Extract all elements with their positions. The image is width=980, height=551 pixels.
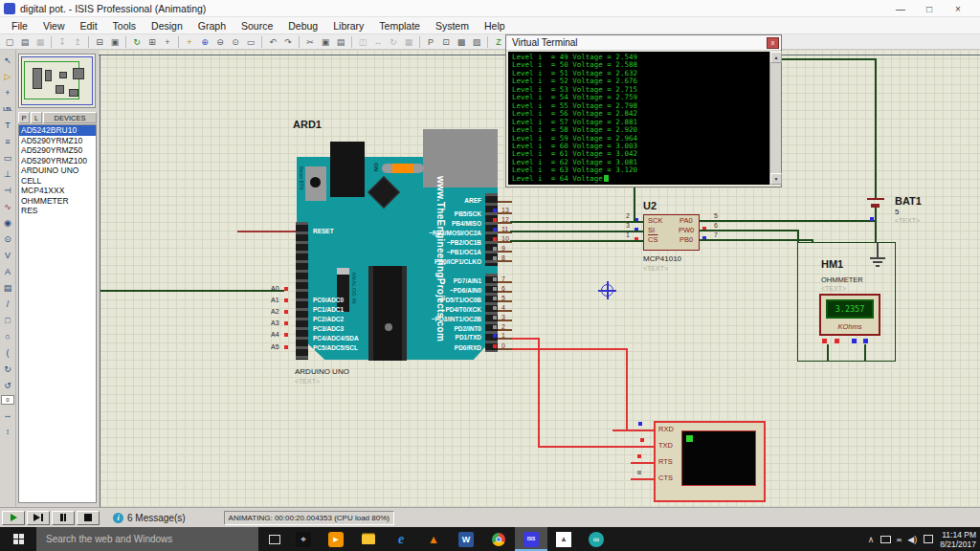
library-manager-button[interactable]: L [31, 112, 42, 123]
text-script-icon[interactable]: T [1, 117, 15, 133]
menu-template[interactable]: Template [371, 20, 428, 32]
new-design-icon[interactable]: ▢ [3, 35, 17, 49]
graph-mode-icon[interactable]: ∿ [1, 198, 15, 214]
speaker-icon[interactable]: ◀) [907, 535, 917, 544]
task-view-button[interactable] [262, 527, 287, 551]
device-list-item[interactable]: AD5242BRU10 [19, 125, 96, 136]
rotate-cw-icon[interactable]: ↻ [1, 361, 15, 377]
taskbar-clock[interactable]: 11:14 PM 8/21/2017 [940, 530, 976, 549]
undo-icon[interactable]: ↶ [266, 35, 280, 49]
menu-file[interactable]: File [4, 20, 35, 32]
subcircuit-mode-icon[interactable]: ▭ [1, 149, 15, 165]
menu-graph[interactable]: Graph [190, 20, 234, 32]
maximize-button[interactable]: □ [915, 0, 944, 17]
false-origin-icon[interactable]: + [161, 35, 175, 49]
taskbar-app-edge[interactable]: e [385, 527, 417, 551]
redraw-icon[interactable]: ↻ [130, 35, 145, 49]
close-button[interactable]: × [944, 0, 972, 17]
zoom-all-icon[interactable]: ⊙ [229, 35, 243, 49]
rotate-ccw-icon[interactable]: ↺ [1, 377, 15, 393]
tape-recorder-icon[interactable]: ◉ [1, 214, 15, 231]
block-copy-icon[interactable]: ◫ [356, 35, 370, 49]
selection-mode-icon[interactable]: ↖ [1, 52, 15, 68]
save-design-icon[interactable]: ▦ [33, 35, 48, 49]
device-list-item[interactable]: CELL [19, 176, 96, 187]
generator-mode-icon[interactable]: ⊙ [1, 231, 15, 247]
cut-icon[interactable]: ✂ [303, 35, 318, 49]
device-list-item[interactable]: RES [19, 206, 96, 216]
menu-system[interactable]: System [428, 20, 477, 32]
minimize-button[interactable]: — [886, 0, 915, 17]
simulation-play-button[interactable] [2, 511, 25, 525]
block-move-icon[interactable]: ↔ [371, 35, 386, 49]
action-center-icon[interactable] [924, 535, 933, 543]
voltage-probe-icon[interactable]: V [1, 247, 15, 263]
scroll-up-icon[interactable]: ▲ [770, 52, 782, 63]
p ick-parts-icon[interactable]: P [424, 35, 438, 49]
device-list-item[interactable]: AD5290YRMZ50 [19, 145, 96, 156]
taskbar-app-photos[interactable]: ▲ [547, 527, 580, 551]
device-list-item[interactable]: AD5290YRMZ100 [19, 156, 96, 166]
open-design-icon[interactable]: ▤ [18, 35, 33, 49]
terminals-mode-icon[interactable]: ⊥ [1, 165, 15, 182]
import-section-icon[interactable]: ↧ [56, 35, 70, 49]
menu-library[interactable]: Library [325, 20, 371, 32]
ohmmeter-body[interactable]: 3.2357 KOhms [819, 294, 880, 336]
center-at-cursor-icon[interactable]: + [183, 35, 197, 49]
taskbar-app-isis[interactable]: ISIS [515, 527, 547, 551]
packaging-tool-icon[interactable]: ▩ [455, 35, 469, 49]
menu-tools[interactable]: Tools [105, 20, 145, 32]
taskbar-app-vlc[interactable]: ▲ [417, 527, 450, 551]
device-list-item[interactable]: OHMMETER [19, 196, 96, 207]
wire-autorouter-icon[interactable]: Z [492, 35, 506, 49]
wire-label-icon[interactable]: LBL [1, 100, 15, 117]
component-mode-icon[interactable]: ▷ [1, 68, 15, 84]
block-delete-icon[interactable]: ▦ [402, 35, 416, 49]
zoom-in-icon[interactable]: ⊕ [198, 35, 212, 49]
zoom-out-icon[interactable]: ⊖ [213, 35, 228, 49]
menu-source[interactable]: Source [234, 20, 280, 32]
paste-icon[interactable]: ▤ [334, 35, 348, 49]
make-device-icon[interactable]: ⊡ [439, 35, 454, 49]
taskbar-app-file-explorer[interactable] [352, 527, 385, 551]
circle-graphic-icon[interactable]: ○ [1, 328, 15, 344]
junction-dot-icon[interactable]: + [1, 84, 15, 100]
taskbar-app-media-player[interactable]: ▶ [320, 527, 352, 551]
flip-vertical-icon[interactable]: ↕ [1, 423, 15, 439]
taskbar-app-arduino[interactable]: ∞ [580, 527, 612, 551]
taskbar-search-input[interactable] [36, 527, 258, 551]
device-list-item[interactable]: MCP41XXX [19, 186, 96, 196]
menu-debug[interactable]: Debug [280, 20, 325, 32]
virtual-instruments-icon[interactable]: ▤ [1, 279, 15, 296]
message-count[interactable]: 6 Message(s) [127, 513, 186, 523]
simulation-pause-button[interactable] [52, 511, 75, 525]
rotation-angle-input[interactable] [1, 395, 14, 405]
scroll-down-icon[interactable]: ▼ [770, 173, 782, 185]
copy-icon[interactable]: ▣ [319, 35, 333, 49]
virtual-terminal-window[interactable]: Virtual Terminal x Level i = 49 Voltage … [505, 34, 782, 187]
line-graphic-icon[interactable]: / [1, 296, 15, 312]
terminal-scrollbar[interactable]: ▲ ▼ [769, 52, 781, 185]
redo-icon[interactable]: ↷ [281, 35, 296, 49]
taskbar-app-csgo[interactable]: ⌖ [287, 527, 320, 551]
terminal-close-button[interactable]: x [767, 37, 779, 49]
menu-help[interactable]: Help [477, 20, 513, 32]
tray-window-icon[interactable] [880, 536, 891, 543]
box-graphic-icon[interactable]: □ [1, 312, 15, 328]
taskbar-app-chrome[interactable] [482, 527, 515, 551]
pick-devices-button[interactable]: P [18, 112, 30, 123]
overview-window[interactable] [18, 54, 96, 108]
flip-horizontal-icon[interactable]: ↔ [1, 407, 15, 423]
current-probe-icon[interactable]: A [1, 263, 15, 279]
device-pins-icon[interactable]: ⊣ [1, 182, 15, 198]
start-button[interactable] [0, 527, 36, 551]
arc-graphic-icon[interactable]: ( [1, 344, 15, 361]
message-info-icon[interactable]: i [113, 513, 123, 523]
menu-view[interactable]: View [35, 20, 73, 32]
virtual-terminal-title[interactable]: Virtual Terminal [506, 35, 781, 51]
buses-mode-icon[interactable]: ≡ [1, 133, 15, 149]
decompose-icon[interactable]: ▨ [470, 35, 484, 49]
device-list-item[interactable]: ARDUINO UNO [19, 165, 96, 176]
taskbar-app-word[interactable]: W [450, 527, 482, 551]
simulation-stop-button[interactable] [77, 511, 100, 525]
